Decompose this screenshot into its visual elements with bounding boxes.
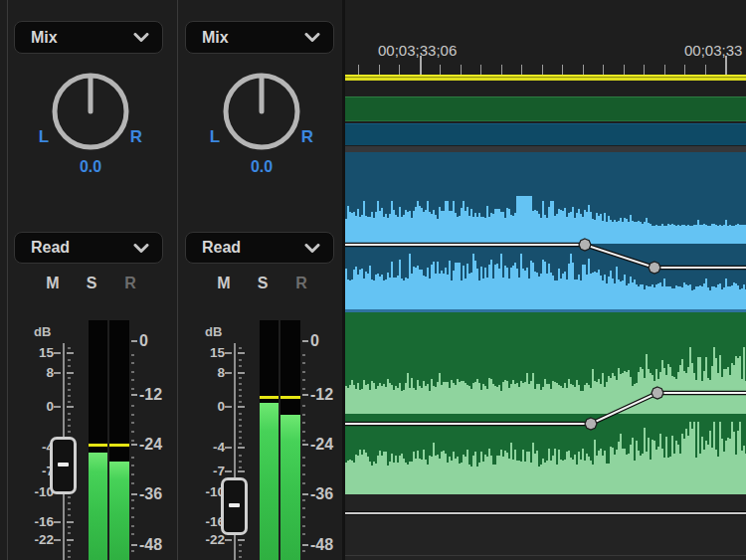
meter-tick-minor	[302, 465, 305, 467]
pan-value[interactable]: 0.0	[232, 158, 291, 176]
volume-rubber-band[interactable]	[345, 512, 746, 514]
ruler-tick	[583, 65, 584, 75]
fader-tick	[238, 406, 245, 408]
meter-tick-minor	[302, 550, 305, 552]
meter-tick-minor	[302, 516, 305, 518]
meter-tick-minor	[131, 507, 134, 509]
ruler-tick	[521, 65, 522, 75]
automation-mode-dropdown[interactable]: Read	[14, 232, 163, 264]
output-assignment-dropdown[interactable]: Mix	[14, 21, 163, 54]
fader-tick	[54, 352, 61, 354]
fader-tick	[238, 372, 245, 374]
timecode-label: 00;03;33;06	[378, 42, 457, 59]
ruler-tick	[725, 56, 727, 75]
chevron-down-icon	[133, 33, 149, 42]
empty-audio-track[interactable]	[345, 494, 746, 560]
fader-scale-label: 15	[10, 345, 54, 361]
video-track-bar[interactable]	[345, 96, 746, 121]
mute-button[interactable]: M	[213, 275, 235, 292]
meter-tick-minor	[302, 482, 305, 484]
meter-tick-minor	[302, 414, 305, 416]
meter-tick-minor	[131, 499, 134, 501]
mute-button[interactable]: M	[42, 275, 64, 292]
fader-tick	[238, 447, 245, 449]
meter-tick-minor	[302, 499, 305, 501]
fader-tick	[225, 372, 232, 374]
meter-tick-minor	[131, 422, 134, 424]
fader-scale-label: -16	[181, 514, 225, 530]
automation-mode-dropdown[interactable]: Read	[185, 232, 334, 264]
automation-mode-value: Read	[31, 239, 133, 257]
level-meter-left	[89, 320, 107, 560]
record-arm-button[interactable]: R	[290, 275, 312, 292]
pan-value[interactable]: 0.0	[61, 158, 120, 176]
output-assignment-value: Mix	[31, 29, 133, 47]
meter-tick-minor	[131, 405, 134, 407]
meter-tick-minor	[131, 354, 134, 356]
fader-tick	[67, 372, 74, 374]
meter-tick-minor	[131, 550, 134, 552]
meter-tick-minor	[131, 465, 134, 467]
meter-tick-minor	[131, 362, 134, 364]
volume-keyframe[interactable]	[585, 418, 597, 430]
meter-tick-minor	[302, 371, 305, 373]
fader-tick-minor	[68, 526, 71, 528]
work-area-bar[interactable]	[345, 75, 746, 81]
meter-tick-minor	[302, 379, 305, 381]
meter-scale-label: -12	[139, 386, 162, 404]
meter-tick-minor	[302, 440, 305, 442]
volume-keyframe[interactable]	[579, 239, 591, 251]
db-unit-label: dB	[205, 324, 222, 339]
fader-handle[interactable]	[221, 477, 248, 535]
chevron-down-icon	[304, 244, 320, 253]
fader-tick-minor	[239, 401, 242, 403]
meter-tick-minor	[302, 533, 305, 535]
meter-tick	[302, 493, 308, 495]
fader-tick-minor	[239, 395, 242, 397]
volume-keyframe[interactable]	[649, 262, 660, 274]
fader-grip-mark	[229, 503, 240, 507]
fader-tick-minor	[68, 389, 71, 391]
solo-button[interactable]: S	[81, 275, 102, 292]
meter-scale-label: -48	[310, 536, 333, 554]
timeline-panel: 00;03;33;06 00;03;33	[345, 0, 746, 560]
pan-knob[interactable]	[49, 70, 132, 153]
meter-scale-label: -36	[139, 485, 162, 503]
meter-fill	[89, 453, 107, 560]
audio-clip-stereo-blue[interactable]	[345, 152, 746, 310]
fader-handle[interactable]	[50, 437, 77, 494]
fader-tick-minor	[68, 365, 71, 367]
meter-scale-label: -48	[139, 536, 162, 554]
peak-indicator	[280, 396, 300, 399]
fader-grip-mark	[58, 463, 69, 467]
audio-clip-stereo-green[interactable]	[345, 312, 746, 494]
meter-tick-minor	[131, 482, 134, 484]
fader-tick	[67, 539, 74, 541]
record-arm-button[interactable]: R	[119, 275, 141, 292]
ruler-tick	[379, 65, 380, 75]
meter-tick-minor	[302, 431, 305, 433]
chevron-down-icon	[304, 33, 320, 42]
meter-tick-minor	[131, 371, 134, 373]
fader-tick	[225, 539, 232, 541]
output-assignment-dropdown[interactable]: Mix	[185, 21, 334, 54]
level-meter-left	[260, 320, 279, 560]
volume-keyframe[interactable]	[652, 387, 663, 399]
channel-strip-2: Mix L R 0.0 Read M S R dB 1580-4-7-10-16…	[179, 0, 344, 560]
db-unit-label: dB	[34, 324, 51, 339]
collapsed-track-bar[interactable]	[345, 123, 746, 145]
fader-tick-minor	[239, 419, 242, 421]
fader-tick-minor	[239, 461, 242, 463]
solo-button[interactable]: S	[252, 275, 274, 292]
fader-tick-minor	[68, 419, 71, 421]
pan-knob[interactable]	[220, 70, 303, 153]
meter-tick-minor	[302, 354, 305, 356]
fader-tick-minor	[68, 401, 71, 403]
meter-scale-label: -12	[310, 386, 333, 404]
fader-tick	[67, 521, 74, 523]
fader-tick	[54, 539, 61, 541]
fader-scale-label: -4	[181, 440, 225, 456]
meter-scale-label: -24	[139, 436, 162, 454]
fader-tick	[54, 406, 61, 408]
pan-left-label: L	[206, 127, 224, 147]
